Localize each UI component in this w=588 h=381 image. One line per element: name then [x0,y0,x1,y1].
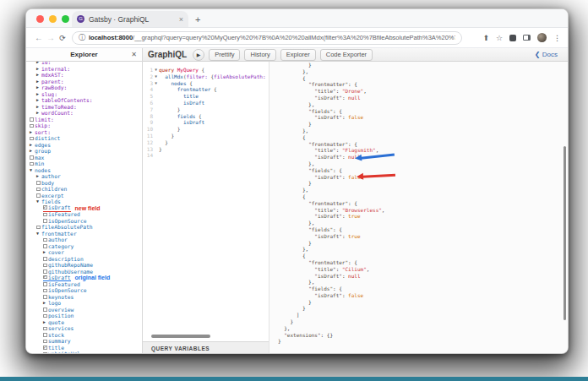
query-variables-bar[interactable]: QUERY VARIABLES [143,341,269,354]
checkbox-icon[interactable] [43,333,47,337]
checkbox-icon[interactable] [43,295,47,299]
query-editor-pane[interactable]: 1234567891011121314 ▼▼▼ query MyQuery { … [143,62,270,354]
explorer-item-body[interactable]: body [30,180,142,187]
checkbox-icon[interactable] [30,124,34,128]
explorer-item-cover[interactable]: ▶cover [30,249,142,256]
checkbox-icon[interactable] [43,314,47,318]
checkbox-icon[interactable] [36,226,41,230]
explorer-item-parent[interactable]: ▶parent: [30,79,142,85]
checkbox-icon[interactable] [36,181,41,185]
explorer-item-keynotes[interactable]: keynotes [30,294,142,301]
explorer-item-isDraft[interactable]: isDraftnew field [30,205,142,212]
minimize-window-button[interactable] [49,15,57,23]
docs-button[interactable]: ❮ Docs [535,51,563,58]
toolbar-button-prettify[interactable]: Prettify [209,49,240,61]
toolbar-button-history[interactable]: History [244,49,275,61]
checkbox-icon[interactable] [43,352,47,355]
address-bar[interactable]: ⓘ localhost:8000/__graphql?query=query%2… [72,31,462,45]
explorer-item-logo[interactable]: ▶logo [30,300,142,307]
explorer-item-isFeatured[interactable]: isFeatured [30,211,142,218]
back-icon[interactable]: ← [33,33,45,42]
explorer-item-internal[interactable]: ▶internal: [30,66,142,73]
explorer-item-wordCount[interactable]: ▶wordCount: [30,110,142,117]
site-info-icon[interactable]: ⓘ [79,33,85,42]
explorer-item-slug[interactable]: ▶slug: [30,91,142,98]
close-window-button[interactable] [36,15,44,23]
explorer-item-limit[interactable]: limit: [30,117,142,123]
explorer-item-isOpenSource[interactable]: isOpenSource [30,218,142,225]
checkbox-checked-icon[interactable] [43,275,47,280]
menu-kebab-icon[interactable]: ⋮ [553,34,561,42]
explorer-item-websiteUrl[interactable]: websiteUrl [30,351,142,354]
browser-tab[interactable]: G Gatsby · GraphiQL × [72,11,188,27]
checkbox-icon[interactable] [43,269,47,274]
side-panel-icon[interactable] [523,35,531,41]
explorer-item-isFeatured[interactable]: isFeatured [30,281,142,288]
explorer-item-author[interactable]: ▶author [30,173,142,180]
checkbox-icon[interactable] [43,244,47,248]
explorer-item-fileAbsolutePath[interactable]: fileAbsolutePath [30,224,142,231]
explorer-item-excerpt[interactable]: excerpt [30,193,142,199]
explorer-item-distinct[interactable]: distinct [30,135,142,142]
tab-close-icon[interactable]: × [179,15,183,24]
execute-query-button[interactable]: ▶ [193,49,204,61]
explorer-item-overview[interactable]: overview [30,307,142,313]
explorer-item-rawBody[interactable]: ▶rawBody: [30,84,142,91]
checkbox-icon[interactable] [43,257,47,261]
explorer-item-githubRepoName[interactable]: githubRepoName [30,262,142,269]
explorer-item-group[interactable]: ▶group [30,148,142,155]
explorer-item-nodes[interactable]: ▼nodes [30,167,142,174]
explorer-item-timeToRead[interactable]: ▶timeToRead: [30,104,142,111]
profile-avatar[interactable] [537,33,547,42]
checkbox-icon[interactable] [36,193,41,198]
explorer-item-description[interactable]: description [30,256,142,263]
checkbox-icon[interactable] [43,282,47,286]
checkbox-icon[interactable] [36,188,41,192]
query-editor[interactable]: 1234567891011121314 ▼▼▼ query MyQuery { … [143,62,269,341]
checkbox-checked-icon[interactable] [43,205,47,210]
checkbox-icon[interactable] [43,327,47,331]
code-fold-gutter[interactable]: ▼▼▼ [153,67,159,341]
explorer-item-stock[interactable]: stock [30,332,142,339]
explorer-item-isOpenSource[interactable]: isOpenSource [30,287,142,294]
extensions-puzzle-icon[interactable] [509,35,516,41]
checkbox-icon[interactable] [43,289,47,293]
share-icon[interactable]: ⬆ [482,34,489,42]
checkbox-icon[interactable] [43,264,47,268]
explorer-item-quote[interactable]: ▶quote [30,319,142,326]
explorer-item-services[interactable]: services [30,325,142,332]
explorer-item-min[interactable]: min [30,161,142,167]
forward-icon[interactable]: → [45,33,57,42]
explorer-item-isDraft[interactable]: isDraftoriginal field [30,275,142,281]
bookmark-star-icon[interactable]: ☆ [496,34,503,42]
checkbox-icon[interactable] [43,238,47,242]
checkbox-icon[interactable] [43,308,47,312]
explorer-item-max[interactable]: max [30,155,142,161]
checkbox-icon[interactable] [43,219,47,223]
checkbox-icon[interactable] [43,213,47,217]
zoom-window-button[interactable] [62,15,69,23]
explorer-item-edges[interactable]: ▶edges [30,142,142,149]
explorer-item-mdxAST[interactable]: ▶mdxAST: [30,72,142,79]
explorer-item-position[interactable]: position [30,313,142,319]
checkbox-icon[interactable] [43,340,47,344]
new-tab-button[interactable]: + [195,14,200,24]
checkbox-icon[interactable] [30,117,34,122]
toolbar-button-explorer[interactable]: Explorer [280,49,316,61]
explorer-item-author[interactable]: author [30,237,142,243]
explorer-item-title[interactable]: title [30,345,142,351]
explorer-item-tableOfContents[interactable]: ▶tableOfContents: [30,97,142,104]
reload-icon[interactable]: ⟳ [57,34,68,42]
explorer-item-sort[interactable]: ▶sort: [30,129,142,136]
checkbox-icon[interactable] [30,137,34,141]
checkbox-icon[interactable] [30,155,34,160]
toolbar-button-code-exporter[interactable]: Code Exporter [320,49,373,61]
editor-horizontal-scrollbar[interactable] [151,335,210,338]
results-vertical-scrollbar[interactable] [564,146,566,320]
checkbox-checked-icon[interactable] [43,346,47,350]
explorer-item-skip[interactable]: skip: [30,122,142,129]
explorer-close-icon[interactable]: ✕ [131,51,137,58]
explorer-item-category[interactable]: category [30,243,142,250]
explorer-item-children[interactable]: children [30,186,142,193]
explorer-item-frontmatter[interactable]: ▼frontmatter [30,231,142,237]
